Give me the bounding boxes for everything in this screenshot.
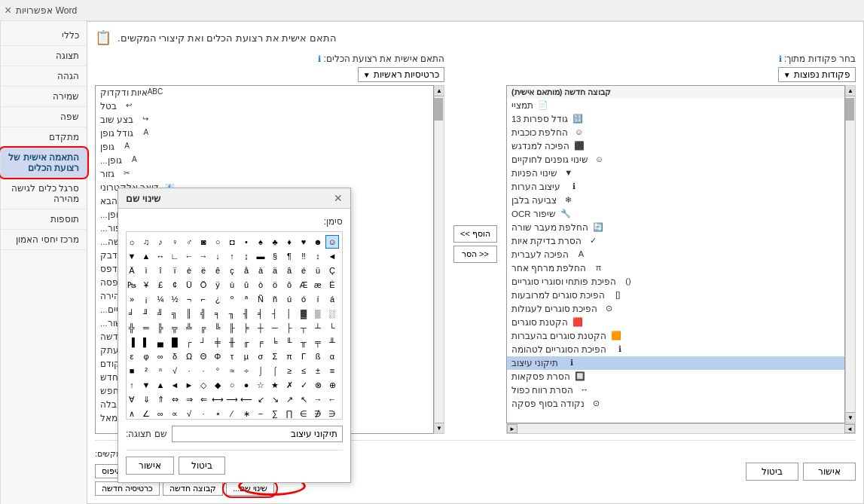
icon-cell[interactable]: ← <box>182 249 196 263</box>
icon-cell[interactable]: → <box>197 249 210 263</box>
icon-cell[interactable]: ï <box>168 264 182 277</box>
icon-cell[interactable]: √ <box>182 407 196 420</box>
icon-cell[interactable]: ó <box>297 292 310 306</box>
icon-cell[interactable]: £ <box>154 278 167 292</box>
icon-cell[interactable]: • <box>240 235 253 249</box>
from-dropdown[interactable]: פקודות נפוצות ▼ <box>778 67 856 82</box>
icon-cell[interactable]: ⇐ <box>197 393 210 406</box>
to-list-vscroll[interactable]: ▲ ▼ <box>434 85 444 434</box>
sidebar-item-5[interactable]: מתקדם <box>1 127 87 148</box>
icon-cell[interactable]: Γ <box>297 350 310 363</box>
icon-cell[interactable]: ┴ <box>311 321 325 334</box>
vscroll-up-to[interactable]: ▲ <box>435 86 444 96</box>
icon-cell[interactable]: ↙ <box>254 393 267 406</box>
to-list-item[interactable]: ✂גזור <box>96 167 433 181</box>
icon-cell[interactable]: ö <box>268 278 282 292</box>
to-info-icon[interactable]: ℹ <box>318 54 321 63</box>
icon-cell[interactable]: Ä <box>126 264 139 277</box>
icon-cell[interactable]: ▲ <box>139 249 153 263</box>
icon-cell[interactable]: ☺ <box>325 235 339 249</box>
icon-cell[interactable]: ◘ <box>225 235 239 249</box>
sidebar-item-3[interactable]: שמירה <box>1 87 87 107</box>
icon-cell[interactable]: î <box>154 264 167 277</box>
icon-cell[interactable]: Φ <box>211 350 224 363</box>
icon-cell[interactable]: ╨ <box>325 335 339 349</box>
from-list-item[interactable]: 🔲הסרת פסקאות <box>507 370 844 383</box>
icon-cell[interactable]: ä <box>268 264 282 277</box>
icon-cell[interactable]: ┘ <box>197 335 210 349</box>
icon-cell[interactable]: ∠ <box>139 407 153 420</box>
icon-cell[interactable]: ¥ <box>139 278 153 292</box>
icon-cell[interactable]: ° <box>211 364 224 377</box>
vscroll-down-to[interactable]: ▼ <box>435 423 444 433</box>
icon-cell[interactable]: ♦ <box>282 235 296 249</box>
icon-cell[interactable]: ∋ <box>297 407 310 420</box>
icon-cell[interactable]: ⁿ <box>154 364 167 377</box>
icon-cell[interactable]: ╗ <box>168 307 182 320</box>
from-list-item[interactable]: ❄צביעה בלבן <box>507 194 844 207</box>
icon-cell[interactable]: ± <box>311 364 325 377</box>
icon-cell[interactable]: τ <box>225 350 239 363</box>
icon-cell[interactable]: ¿ <box>211 292 224 306</box>
icon-cell[interactable]: │ <box>282 307 296 320</box>
vscroll-thumb-from[interactable] <box>845 98 854 121</box>
icon-cell[interactable]: Θ <box>197 350 210 363</box>
to-list-item[interactable]: ↩בטל <box>96 99 433 113</box>
icon-cell[interactable]: Ü <box>182 278 196 292</box>
icon-cell[interactable]: ∟ <box>168 249 182 263</box>
hscroll-right-from[interactable]: ► <box>507 424 517 433</box>
icon-cell[interactable]: ┤ <box>268 307 282 320</box>
icon-cell[interactable]: ← <box>325 393 339 406</box>
icon-cell[interactable]: è <box>182 264 196 277</box>
icon-cell[interactable]: Ç <box>325 264 339 277</box>
icon-cell[interactable]: ∏ <box>282 407 296 420</box>
from-list-item[interactable]: Aהפיכה לעברית <box>507 248 844 261</box>
icon-cell[interactable]: ♫ <box>139 235 153 249</box>
icon-cell[interactable]: ∀ <box>126 393 139 406</box>
icon-cell[interactable]: ÷ <box>240 364 253 377</box>
icon-cell[interactable]: ▓ <box>297 307 310 320</box>
icon-cell[interactable]: ≈ <box>225 364 239 377</box>
icon-cell[interactable]: ╤ <box>311 335 325 349</box>
vscroll-thumb-to[interactable] <box>434 98 443 121</box>
icon-cell[interactable]: ‼ <box>297 249 310 263</box>
icon-cell[interactable]: ◙ <box>197 235 210 249</box>
icon-cell[interactable]: ♥ <box>297 235 310 249</box>
icon-cell[interactable]: ß <box>311 350 325 363</box>
icon-cell[interactable]: µ <box>240 350 253 363</box>
icon-cell[interactable]: ⇓ <box>139 393 153 406</box>
from-list-vscroll[interactable]: ▲ ▼ <box>845 85 856 423</box>
icon-cell[interactable]: − <box>254 407 267 420</box>
from-list-item[interactable]: 📄תמציי <box>507 99 844 112</box>
icon-cell[interactable]: ┌ <box>182 335 196 349</box>
icon-cell[interactable]: σ <box>254 350 267 363</box>
sidebar-item-2[interactable]: הגהה <box>1 66 87 87</box>
icon-cell[interactable]: ▒ <box>311 307 325 320</box>
icon-cell[interactable]: ☻ <box>311 235 325 249</box>
icon-cell[interactable]: ⇔ <box>168 393 182 406</box>
icon-cell[interactable]: ♀ <box>168 235 182 249</box>
icon-cell[interactable]: º <box>225 292 239 306</box>
icon-cell[interactable]: ╠ <box>154 321 167 334</box>
icon-cell[interactable]: ╘ <box>268 335 282 349</box>
icon-cell[interactable]: ∗ <box>240 407 253 420</box>
icon-cell[interactable]: ╩ <box>182 321 196 334</box>
icon-cell[interactable]: ↑ <box>225 249 239 263</box>
sidebar-item-9[interactable]: מרכז יחסי האמון <box>1 230 87 250</box>
name-input[interactable] <box>172 426 343 442</box>
icon-cell[interactable]: Ω <box>182 350 196 363</box>
icon-cell[interactable]: ⊕ <box>325 378 339 392</box>
sidebar-item-0[interactable]: כללי <box>1 26 87 46</box>
icon-cell[interactable]: ⌐ <box>197 292 210 306</box>
icon-cell[interactable]: ╡ <box>254 307 267 320</box>
icon-cell[interactable]: π <box>282 350 296 363</box>
sidebar-item-8[interactable]: תוספות <box>1 209 87 230</box>
icon-cell[interactable]: ≡ <box>325 364 339 377</box>
icon-cell[interactable]: ∞ <box>154 350 167 363</box>
icon-cell[interactable]: ♣ <box>268 235 282 249</box>
float-cancel-btn[interactable]: ביטול <box>179 457 225 475</box>
from-list-item[interactable]: ▼שינוי הפניות <box>507 166 844 180</box>
from-list-item[interactable]: ()הפיכת פותחי וסוגרי סוגריים <box>507 275 844 289</box>
icon-cell[interactable]: ╛ <box>126 307 139 320</box>
sidebar-item-6[interactable]: התאמה אישית של רצועת הכלים <box>1 148 87 179</box>
